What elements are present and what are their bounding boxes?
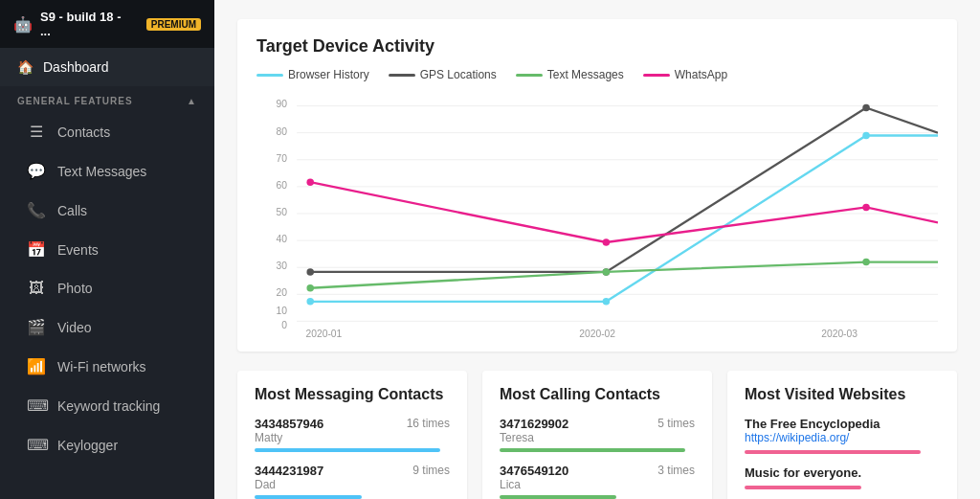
sidebar-item-keylogger[interactable]: ⌨ Keylogger	[0, 425, 214, 465]
messaging-contact-1-header: 3434857946 Matty 16 times	[255, 417, 450, 444]
calling-contact-1-number: 3471629902	[500, 417, 568, 431]
sidebar-item-wifi[interactable]: 📶 Wi-Fi networks	[0, 347, 214, 386]
svg-text:80: 80	[277, 126, 288, 137]
calling-contact-2-name: Lica	[500, 478, 568, 491]
legend-browser-history: Browser History	[256, 68, 369, 81]
chart-title: Target Device Activity	[256, 36, 938, 57]
keyword-icon: ⌨	[27, 397, 46, 415]
messaging-contact-1: 3434857946 Matty 16 times	[255, 417, 450, 452]
calling-contact-1-times: 5 times	[657, 417, 695, 444]
websites-card-title: Most Visited Websites	[745, 386, 940, 403]
activity-chart-container: Target Device Activity Browser History G…	[237, 19, 957, 352]
svg-text:70: 70	[277, 153, 288, 164]
cards-row: Most Messaging Contacts 3434857946 Matty…	[237, 371, 957, 499]
website-2-bar	[745, 486, 861, 489]
sidebar: 🤖 S9 - build 18 - ... PREMIUM 🏠 Dashboar…	[0, 0, 214, 499]
sidebar-item-keyword-tracking[interactable]: ⌨ Keyword tracking	[0, 386, 214, 425]
svg-text:2020-01: 2020-01	[306, 329, 343, 338]
calling-contact-2-times: 3 times	[657, 464, 695, 491]
website-1-url[interactable]: https://wikipedia.org/	[745, 431, 940, 444]
android-icon: 🤖	[13, 15, 33, 34]
dashboard-label: Dashboard	[43, 59, 109, 75]
legend-line-gps	[389, 74, 415, 77]
calling-contact-1-header: 3471629902 Teresa 5 times	[500, 417, 695, 444]
sidebar-item-text-messages[interactable]: 💬 Text Messages	[0, 151, 214, 191]
section-label: GENERAL FEATURES	[17, 96, 133, 106]
svg-text:30: 30	[277, 261, 288, 271]
legend-whatsapp: WhatsApp	[643, 68, 727, 81]
svg-text:20: 20	[277, 287, 288, 298]
calling-card: Most Calling Contacts 3471629902 Teresa …	[482, 371, 712, 499]
sidebar-item-dashboard[interactable]: 🏠 Dashboard	[0, 48, 214, 86]
svg-text:2020-03: 2020-03	[821, 329, 858, 338]
website-1-bar	[745, 450, 921, 454]
events-icon: 📅	[27, 240, 46, 259]
svg-text:60: 60	[277, 180, 288, 191]
calling-contact-2-number: 3476549120	[500, 464, 568, 478]
calling-contact-2-header: 3476549120 Lica 3 times	[500, 464, 695, 491]
premium-badge: PREMIUM	[146, 18, 201, 31]
keylogger-label: Keylogger	[57, 438, 118, 453]
messaging-contact-1-number: 3434857946	[255, 417, 323, 431]
video-icon: 🎬	[27, 318, 46, 336]
calling-contact-1: 3471629902 Teresa 5 times	[500, 417, 695, 452]
activity-svg: 90 80 70 60 50 40 30 20 10 0	[256, 89, 938, 338]
website-1: The Free Encyclopedia https://wikipedia.…	[745, 417, 940, 454]
wifi-icon: 📶	[27, 357, 46, 375]
svg-point-27	[862, 132, 869, 139]
messaging-contact-2-number: 3444231987	[255, 464, 323, 478]
messaging-contact-2-header: 3444231987 Dad 9 times	[255, 464, 450, 491]
sidebar-header: 🤖 S9 - build 18 - ... PREMIUM	[0, 0, 214, 48]
calling-contact-1-bar	[500, 448, 685, 452]
photo-icon: 🖼	[27, 280, 46, 297]
website-2: Music for everyone.	[745, 465, 940, 489]
chart-svg-wrapper: 90 80 70 60 50 40 30 20 10 0	[256, 89, 938, 342]
contacts-icon: ☰	[27, 123, 46, 141]
svg-text:90: 90	[277, 99, 288, 109]
svg-text:2020-02: 2020-02	[579, 329, 615, 338]
sidebar-item-events[interactable]: 📅 Events	[0, 230, 214, 269]
sidebar-item-photo[interactable]: 🖼 Photo	[0, 269, 214, 307]
legend-text-messages: Text Messages	[516, 68, 624, 81]
legend-label-whatsapp: WhatsApp	[675, 68, 727, 81]
svg-point-22	[306, 268, 313, 275]
sidebar-item-video[interactable]: 🎬 Video	[0, 307, 214, 347]
messaging-contact-2-times: 9 times	[412, 464, 450, 491]
legend-line-browser	[256, 74, 283, 77]
messaging-contact-1-bar	[255, 448, 440, 452]
website-2-title: Music for everyone.	[745, 465, 940, 480]
sidebar-section-header: GENERAL FEATURES ▲	[0, 86, 214, 112]
messaging-contact-2-name: Dad	[255, 478, 323, 491]
legend-line-whatsapp	[643, 74, 670, 77]
messaging-contact-2-bar	[255, 495, 362, 499]
text-messages-label: Text Messages	[57, 164, 146, 179]
svg-text:40: 40	[277, 234, 288, 244]
messaging-contact-1-name: Matty	[255, 431, 323, 444]
messaging-contact-2: 3444231987 Dad 9 times	[255, 464, 450, 499]
svg-point-28	[306, 284, 313, 291]
contacts-label: Contacts	[57, 125, 110, 140]
calling-contact-2: 3476549120 Lica 3 times	[500, 464, 695, 499]
sidebar-item-calls[interactable]: 📞 Calls	[0, 191, 214, 230]
websites-card: Most Visited Websites The Free Encyclope…	[727, 371, 957, 499]
calling-card-title: Most Calling Contacts	[500, 386, 695, 403]
messaging-card-title: Most Messaging Contacts	[255, 386, 450, 403]
messaging-contact-1-times: 16 times	[407, 417, 450, 444]
svg-point-29	[603, 268, 610, 275]
legend-label-text: Text Messages	[547, 68, 624, 81]
calls-icon: 📞	[27, 201, 46, 219]
svg-point-24	[862, 104, 869, 111]
svg-text:50: 50	[277, 207, 288, 217]
svg-point-25	[306, 298, 313, 305]
svg-point-26	[603, 298, 610, 305]
sidebar-item-contacts[interactable]: ☰ Contacts	[0, 112, 214, 151]
svg-point-31	[306, 178, 313, 185]
main-content: Target Device Activity Browser History G…	[214, 0, 980, 499]
keyword-label: Keyword tracking	[57, 398, 160, 414]
calling-contact-2-bar	[500, 495, 616, 499]
home-icon: 🏠	[17, 59, 33, 75]
website-1-title: The Free Encyclopedia	[745, 417, 940, 431]
events-label: Events	[57, 242, 99, 258]
wifi-label: Wi-Fi networks	[57, 359, 146, 374]
calls-label: Calls	[57, 203, 87, 218]
